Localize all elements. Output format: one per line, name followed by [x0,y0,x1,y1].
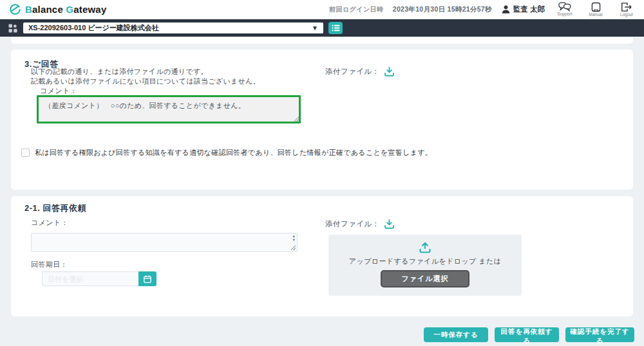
top-header: Balance Gateway 前回ログイン日時 2023年10月30日 15時… [0,0,644,19]
complete-procedure-button[interactable]: 確認手続を完了する [565,327,634,342]
rerequest-attachment-label: 添付ファイル： [325,219,379,229]
app-root: Balance Gateway 前回ログイン日時 2023年10月30日 15時… [0,0,644,346]
due-date-input[interactable] [42,271,138,286]
answer-attachment-label: 添付ファイル： [325,67,379,77]
case-select-dropdown[interactable]: XS-22092603-010 ビージー建設株式会社 ▼ [23,23,323,33]
answer-comment-textarea[interactable]: （差戻コメント） ○○のため、回答することができません。 [37,95,301,123]
declaration-text: 私は回答する権限および回答する知識を有する適切な確認回答者であり、回答した情報が… [35,148,432,158]
file-dropzone[interactable]: アップロードするファイルをドロップ または ファイル選択 [328,235,522,296]
manual-label: Manual [589,13,602,17]
user-name: 監査 太郎 [513,5,545,14]
manual-icon [591,2,601,12]
download-icon[interactable] [383,66,395,78]
last-login-label: 前回ログイン日時 [329,5,384,14]
previous-card-remnant [11,37,633,44]
logout-button[interactable]: Logout [616,2,638,17]
case-select-value: XS-22092603-010 ビージー建設株式会社 [28,23,159,33]
list-icon [332,24,340,32]
brand: Balance Gateway [9,3,106,15]
section-2-1-rerequest-card: 2-1. 回答再依頼 コメント： ▲▼ 回答期日： 添付ファイル： [11,196,633,316]
answer-statement-line2: 記載あるいは添付ファイルにない項目については該当ございません。 [31,77,260,86]
download-icon[interactable] [383,218,395,230]
support-icon [558,2,572,12]
rerequest-comment-label: コメント： [31,218,68,228]
scroll-spinner-icon[interactable]: ▲▼ [292,235,296,242]
user-menu[interactable]: 監査 太郎 [501,5,545,14]
rerequest-comment-field-wrap: ▲▼ [31,233,298,252]
answer-statement: 以下の記載の通り、または添付ファイルの通りです。 記載あるいは添付ファイルにない… [31,67,260,86]
save-draft-button[interactable]: 一時保存する [424,327,488,342]
support-button[interactable]: Support [554,2,576,17]
footer-actions: 一時保存する 回答を再依頼する 確認手続を完了する [424,327,634,342]
case-toolbar: XS-22092603-010 ビージー建設株式会社 ▼ [0,19,644,37]
answer-attachment-row: 添付ファイル： [325,66,395,78]
rerequest-comment-textarea[interactable] [31,233,298,252]
section-3-answer-card: 3.ご回答 以下の記載の通り、または添付ファイルの通りです。 記載あるいは添付フ… [11,50,633,190]
user-icon [501,5,511,14]
dropzone-text: アップロードするファイルをドロップ または [349,257,501,266]
upload-icon [418,241,432,255]
calendar-button[interactable] [138,271,156,286]
list-menu-button[interactable] [328,22,343,34]
manual-button[interactable]: Manual [585,2,607,17]
declaration-checkbox[interactable] [21,149,30,157]
section-2-1-title: 2-1. 回答再依頼 [24,203,86,214]
answer-statement-line1: 以下の記載の通り、または添付ファイルの通りです。 [31,67,260,77]
logout-label: Logout [620,13,633,17]
calendar-icon [143,275,152,284]
support-label: Support [558,12,573,17]
logout-icon [621,2,632,12]
header-right: 前回ログイン日時 2023年10月30日 15時21分57秒 監査 太郎 [329,2,638,17]
app-title: Balance Gateway [25,4,106,15]
due-date-row [42,271,156,286]
answer-comment-field-wrap: （差戻コメント） ○○のため、回答することができません。 [37,95,301,123]
apps-grid-icon[interactable] [8,24,17,33]
rerequest-attachment-row: 添付ファイル： [325,218,395,230]
chevron-down-icon: ▼ [312,24,318,32]
answer-comment-label: コメント： [40,86,77,96]
balance-gateway-logo-icon [9,3,21,15]
due-date-label: 回答期日： [31,260,68,269]
last-login-value: 2023年10月30日 15時21分57秒 [393,5,492,14]
file-select-button[interactable]: ファイル選択 [381,270,469,287]
rerequest-answer-button[interactable]: 回答を再依頼する [495,327,559,342]
declaration-row: 私は回答する権限および回答する知識を有する適切な確認回答者であり、回答した情報が… [21,148,432,158]
